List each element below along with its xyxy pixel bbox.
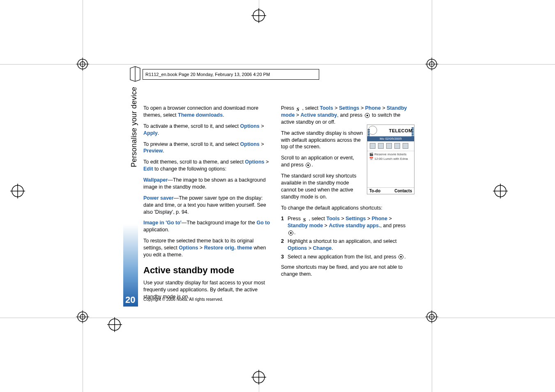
paragraph: Wallpaper—The image to be shown as a bac…: [143, 177, 271, 191]
section-title-sidebar: Personalise your device: [130, 87, 138, 167]
phone-screenshot: TELECOM Mo 02/05/2005 🎬 Reserve movie ti…: [367, 125, 415, 194]
crosshair-icon: [251, 8, 266, 23]
link-edit: Edit: [143, 166, 153, 172]
crosshair-icon: [251, 370, 266, 385]
link-standby-mode: Standby mode: [288, 223, 323, 228]
event-line: 🎬 Reserve movie tickets: [369, 152, 412, 156]
scroll-key-icon: [288, 231, 293, 235]
list-number: 1: [281, 215, 288, 236]
scroll-key-icon: [398, 254, 403, 259]
menu-key-icon: S: [303, 217, 308, 221]
registration-mark-icon: [76, 58, 89, 71]
text: Scroll to an application or event, and p…: [281, 155, 354, 168]
text: 12:00 Lunch with Edna: [374, 157, 408, 161]
link-power-saver: Power saver: [143, 195, 174, 201]
list-body: Highlight a shortcut to an application, …: [288, 238, 412, 252]
crosshair-icon: [493, 184, 508, 198]
paragraph: Some shortcuts may be fixed, and you are…: [281, 264, 412, 278]
text: Select a new application from the list, …: [288, 254, 398, 260]
link-options: Options: [240, 141, 260, 147]
text: .: [294, 230, 295, 235]
event-line: 📅 12:00 Lunch with Edna: [369, 157, 412, 161]
paragraph: Image in 'Go to'—The background image fo…: [143, 219, 271, 233]
text: >: [295, 112, 300, 118]
link-apply: Apply: [143, 130, 158, 136]
link-settings: Settings: [339, 105, 359, 111]
paragraph: To change the default applications short…: [281, 205, 412, 212]
text: .: [223, 112, 224, 118]
link-wallpaper: Wallpaper: [143, 177, 168, 183]
paragraph: Power saver—The power saver type on the …: [143, 195, 271, 216]
text: Reserve movie tickets: [374, 152, 406, 156]
list-item: 2 Highlight a shortcut to an application…: [281, 238, 412, 252]
link-phone: Phone: [365, 105, 381, 111]
print-header: R1112_en.book Page 20 Monday, February 1…: [143, 69, 319, 80]
registration-mark-icon: [425, 58, 438, 71]
text: >: [323, 223, 329, 228]
link-tools: Tools: [327, 216, 340, 221]
heading-active-standby-mode: Active standby mode: [143, 264, 271, 277]
link-options: Options: [245, 159, 264, 165]
list-number: 3: [281, 254, 288, 261]
page-gradient: [123, 224, 138, 307]
app-shortcut-row: [367, 141, 414, 151]
text: , and press: [337, 112, 364, 118]
text: .: [163, 148, 164, 154]
link-settings: Settings: [345, 216, 366, 221]
standby-events: 🎬 Reserve movie tickets 📅 12:00 Lunch wi…: [367, 151, 414, 163]
text: >: [387, 216, 392, 221]
paragraph: To open a browser connection and downloa…: [143, 105, 271, 119]
text: >: [265, 159, 269, 165]
text: .: [158, 130, 159, 136]
text: >: [381, 105, 387, 111]
link-options: Options: [288, 245, 307, 251]
book-icon: [129, 66, 141, 82]
text: —The background image for the: [182, 220, 257, 226]
crosshair-icon: [107, 317, 122, 332]
link-active-standby-apps: Active standby apps.: [329, 223, 380, 228]
paragraph: To activate a theme, scroll to it, and s…: [143, 123, 271, 137]
text: Highlight a shortcut to an application, …: [288, 238, 396, 244]
softkey-bar: To-do Contacts: [367, 187, 414, 194]
paragraph: The active standby display is shown with…: [281, 130, 363, 151]
paragraph: To edit themes, scroll to a theme, and s…: [143, 159, 271, 173]
app-icon: [403, 143, 408, 149]
text: .: [332, 245, 333, 251]
link-image-in-goto: Image in 'Go to': [143, 220, 182, 226]
registration-mark-icon: [425, 310, 438, 323]
text: , and press: [380, 223, 405, 228]
text: >: [260, 141, 264, 147]
paragraph: To restore the selected theme back to it…: [143, 238, 271, 258]
link-preview: Preview: [143, 148, 163, 154]
text: application.: [143, 227, 169, 233]
registration-mark-icon: [76, 310, 89, 323]
paragraph: Scroll to an application or event, and p…: [281, 154, 363, 168]
link-change: Change: [313, 245, 332, 251]
scroll-key-icon: [306, 163, 311, 168]
text: >: [198, 245, 204, 251]
link-active-standby: Active standby: [301, 112, 337, 118]
softkey-left: To-do: [369, 189, 380, 193]
paragraph: To preview a theme, scroll to it, and se…: [143, 141, 271, 155]
text: to change the following options:: [153, 166, 227, 172]
text: >: [340, 216, 345, 221]
text: >: [333, 105, 339, 111]
text: >: [260, 123, 264, 129]
text: >: [307, 245, 313, 251]
text: To preview a theme, scroll to it, and se…: [143, 141, 240, 147]
page-number: 20: [125, 295, 135, 305]
list-body: Press S, select Tools > Settings > Phone…: [288, 215, 412, 236]
link-theme-downloads: Theme downloads: [178, 112, 223, 118]
text: .: [404, 254, 405, 260]
operator-label: TELECOM: [389, 128, 412, 133]
paragraph: Press S, select Tools > Settings > Phone…: [281, 105, 412, 126]
link-tools: Tools: [320, 105, 333, 111]
softkey-right: Contacts: [394, 189, 412, 193]
text: To activate a theme, scroll to it, and s…: [143, 123, 240, 129]
link-options: Options: [179, 245, 198, 251]
text: >: [366, 216, 371, 221]
app-icon: [386, 143, 392, 149]
text: , select: [302, 105, 320, 111]
text: Press: [281, 105, 295, 111]
list-item: 1 Press S, select Tools > Settings > Pho…: [281, 215, 412, 236]
